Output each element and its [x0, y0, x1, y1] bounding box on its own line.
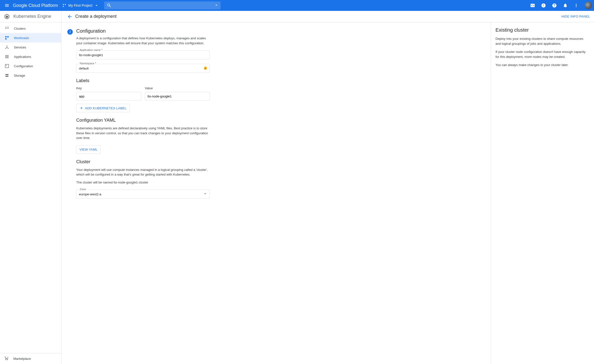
yaml-description: Kubernetes deployments are defined decla…: [76, 126, 210, 140]
labels-value-header: Value: [145, 86, 210, 90]
sidebar-item-label: Applications: [14, 55, 31, 59]
label-value-input[interactable]: [145, 92, 210, 100]
project-icon: [62, 3, 66, 7]
zone-label: Zone: [79, 188, 87, 191]
product-bar: Kubernetes Engine Create a deployment HI…: [0, 11, 594, 22]
svg-point-0: [63, 4, 64, 5]
more-vert-icon: [574, 3, 579, 8]
zone-field: Zone europe-west2-a: [76, 190, 210, 199]
svg-point-1: [65, 4, 66, 5]
svg-rect-9: [5, 36, 6, 37]
user-avatar[interactable]: [585, 2, 592, 9]
search-icon: [107, 3, 112, 8]
cluster-heading: Cluster: [76, 159, 210, 164]
alerts-button[interactable]: [539, 1, 548, 10]
svg-point-8: [8, 28, 9, 29]
svg-rect-16: [7, 55, 7, 56]
hide-info-panel-button[interactable]: HIDE INFO PANEL: [561, 15, 590, 18]
application-name-label: Application name *: [79, 48, 103, 51]
namespace-input[interactable]: [76, 64, 210, 73]
svg-rect-24: [5, 64, 9, 68]
sidebar-item-label: Services: [14, 46, 26, 49]
chevron-down-icon: [94, 3, 99, 8]
svg-rect-10: [7, 36, 9, 37]
svg-rect-27: [5, 76, 8, 77]
sidebar-item-label: Clusters: [14, 27, 26, 30]
alert-icon: [541, 3, 546, 8]
svg-point-2: [63, 6, 64, 7]
gcp-top-bar: Google Cloud Platform My First Project: [0, 0, 594, 11]
project-name: My First Project: [68, 3, 92, 7]
page-title: Create a deployment: [75, 14, 117, 19]
view-yaml-button[interactable]: VIEW YAML: [76, 145, 101, 154]
namespace-label: Namespace *: [79, 62, 97, 65]
form-area: 2 Configuration A deployment is a config…: [61, 22, 491, 364]
sidebar-item-applications[interactable]: Applications: [0, 52, 61, 61]
application-name-field: Application name *: [76, 50, 210, 59]
yaml-heading: Configuration YAML: [76, 118, 210, 123]
arrow-back-icon: [67, 14, 73, 19]
storage-icon: [4, 73, 9, 78]
search-dropdown-icon[interactable]: [214, 3, 219, 8]
info-panel-p2: If your cluster node configuration doesn…: [495, 49, 590, 59]
nav-menu-button[interactable]: [2, 0, 12, 10]
svg-point-5: [8, 27, 9, 27]
view-yaml-button-text: VIEW YAML: [79, 148, 98, 151]
services-icon: [4, 45, 9, 50]
sidebar-item-workloads[interactable]: Workloads: [0, 33, 61, 43]
sidebar-item-configuration[interactable]: Configuration: [0, 61, 61, 71]
svg-point-28: [205, 68, 206, 69]
zone-value: europe-west2-a: [79, 192, 101, 196]
help-button[interactable]: [550, 1, 559, 10]
add-label-button-text: ADD KUBERNETES LABEL: [85, 106, 126, 110]
svg-rect-22: [7, 57, 7, 58]
svg-rect-17: [8, 55, 8, 56]
cloud-shell-button[interactable]: [528, 1, 537, 10]
plus-icon: [79, 106, 83, 110]
zone-select[interactable]: europe-west2-a: [76, 190, 210, 199]
svg-rect-18: [5, 56, 6, 57]
configuration-heading: Configuration: [76, 28, 210, 34]
workloads-icon: [4, 35, 9, 40]
topbar-utility-icons: [528, 1, 592, 10]
labels-heading: Labels: [76, 78, 210, 83]
svg-rect-15: [5, 55, 6, 56]
cluster-description: Your deployment will use compute instanc…: [76, 167, 210, 177]
info-panel-p3: You can always make changes to your clus…: [495, 63, 590, 68]
search-box[interactable]: [104, 1, 221, 9]
configuration-description: A deployment is a configuration that def…: [76, 36, 210, 46]
product-name: Kubernetes Engine: [13, 14, 51, 19]
cluster-name-line: The cluster will be named lto-node-googl…: [76, 180, 210, 185]
sidebar-item-storage[interactable]: Storage: [0, 71, 61, 80]
sidebar-item-clusters[interactable]: Clusters: [0, 24, 61, 33]
svg-rect-19: [7, 56, 7, 57]
back-button[interactable]: [65, 12, 74, 21]
label-key-input[interactable]: [76, 92, 141, 100]
hamburger-icon: [4, 3, 9, 8]
step-number-badge: 2: [67, 29, 73, 35]
info-panel: Existing cluster Deploy into your existi…: [491, 22, 594, 364]
sidebar-item-label: Configuration: [14, 64, 33, 68]
info-panel-heading: Existing cluster: [495, 27, 590, 33]
applications-icon: [4, 54, 9, 59]
info-panel-p1: Deploy into your existing clusters to sh…: [495, 36, 590, 46]
svg-rect-20: [8, 56, 8, 57]
svg-rect-11: [5, 38, 6, 40]
more-button[interactable]: [572, 1, 581, 10]
svg-rect-26: [5, 74, 8, 75]
sidebar-marketplace[interactable]: Marketplace: [0, 353, 61, 364]
notifications-button[interactable]: [561, 1, 570, 10]
labels-key-header: Key: [76, 86, 141, 90]
sidebar-item-services[interactable]: Services: [0, 43, 61, 52]
svg-point-13: [5, 48, 6, 49]
svg-point-7: [7, 28, 7, 29]
application-name-input[interactable]: [76, 50, 210, 59]
add-kubernetes-label-button[interactable]: ADD KUBERNETES LABEL: [76, 104, 130, 112]
project-picker[interactable]: My First Project: [62, 3, 99, 8]
configuration-icon: [4, 64, 9, 68]
sidebar-item-label: Workloads: [14, 36, 29, 40]
lock-icon: [203, 66, 207, 71]
gcp-logo[interactable]: Google Cloud Platform: [13, 3, 58, 8]
namespace-field: Namespace *: [76, 64, 210, 73]
left-nav-sidebar: Clusters Workloads Services Applications…: [0, 22, 61, 364]
